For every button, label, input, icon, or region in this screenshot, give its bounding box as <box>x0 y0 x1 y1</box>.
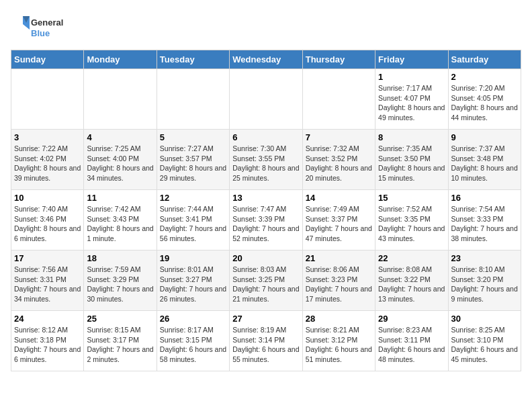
calendar-cell: 3Sunrise: 7:22 AM Sunset: 4:02 PM Daylig… <box>11 130 84 190</box>
day-info: Sunrise: 7:35 AM Sunset: 3:50 PM Dayligh… <box>378 144 445 183</box>
day-number: 27 <box>232 314 299 324</box>
day-number: 23 <box>451 253 518 263</box>
calendar-week-4: 17Sunrise: 7:56 AM Sunset: 3:31 PM Dayli… <box>11 250 521 311</box>
day-number: 19 <box>160 253 226 263</box>
calendar-cell: 12Sunrise: 7:44 AM Sunset: 3:41 PM Dayli… <box>157 190 229 250</box>
day-number: 13 <box>232 193 299 203</box>
day-number: 14 <box>306 193 372 203</box>
day-info: Sunrise: 7:54 AM Sunset: 3:33 PM Dayligh… <box>451 204 518 244</box>
day-info: Sunrise: 8:10 AM Sunset: 3:20 PM Dayligh… <box>451 265 518 304</box>
day-number: 3 <box>14 132 81 142</box>
day-info: Sunrise: 7:40 AM Sunset: 3:46 PM Dayligh… <box>14 204 81 244</box>
day-number: 25 <box>87 314 153 324</box>
day-number: 26 <box>160 314 226 324</box>
calendar-cell: 23Sunrise: 8:10 AM Sunset: 3:20 PM Dayli… <box>448 250 521 311</box>
day-info: Sunrise: 8:08 AM Sunset: 3:22 PM Dayligh… <box>378 265 445 304</box>
day-number: 28 <box>306 314 372 324</box>
calendar-cell: 24Sunrise: 8:12 AM Sunset: 3:18 PM Dayli… <box>11 311 84 371</box>
page-header: General Blue <box>11 11 521 44</box>
calendar-cell: 21Sunrise: 8:06 AM Sunset: 3:23 PM Dayli… <box>302 250 375 311</box>
day-number: 16 <box>451 193 518 203</box>
day-number: 11 <box>87 193 153 203</box>
calendar-cell: 1Sunrise: 7:17 AM Sunset: 4:07 PM Daylig… <box>375 69 448 130</box>
header-row: SundayMondayTuesdayWednesdayThursdayFrid… <box>11 50 521 69</box>
calendar-cell: 27Sunrise: 8:19 AM Sunset: 3:14 PM Dayli… <box>230 311 302 371</box>
day-info: Sunrise: 7:52 AM Sunset: 3:35 PM Dayligh… <box>378 204 445 244</box>
day-info: Sunrise: 8:17 AM Sunset: 3:15 PM Dayligh… <box>160 325 226 365</box>
day-info: Sunrise: 7:20 AM Sunset: 4:05 PM Dayligh… <box>451 83 518 123</box>
logo: General Blue <box>11 11 78 44</box>
calendar-cell: 25Sunrise: 8:15 AM Sunset: 3:17 PM Dayli… <box>84 311 157 371</box>
calendar-cell: 18Sunrise: 7:59 AM Sunset: 3:29 PM Dayli… <box>84 250 157 311</box>
calendar-cell: 20Sunrise: 8:03 AM Sunset: 3:25 PM Dayli… <box>230 250 302 311</box>
day-number: 6 <box>232 132 299 142</box>
calendar-cell: 7Sunrise: 7:32 AM Sunset: 3:52 PM Daylig… <box>302 130 375 190</box>
calendar-week-5: 24Sunrise: 8:12 AM Sunset: 3:18 PM Dayli… <box>11 311 521 371</box>
day-number: 8 <box>378 132 445 142</box>
day-info: Sunrise: 7:30 AM Sunset: 3:55 PM Dayligh… <box>232 144 299 183</box>
day-info: Sunrise: 8:21 AM Sunset: 3:12 PM Dayligh… <box>306 325 372 365</box>
calendar-cell <box>302 69 375 130</box>
calendar-cell: 22Sunrise: 8:08 AM Sunset: 3:22 PM Dayli… <box>375 250 448 311</box>
calendar-cell: 10Sunrise: 7:40 AM Sunset: 3:46 PM Dayli… <box>11 190 84 250</box>
day-header-thursday: Thursday <box>302 50 375 69</box>
calendar-cell <box>230 69 302 130</box>
day-info: Sunrise: 8:12 AM Sunset: 3:18 PM Dayligh… <box>14 325 81 365</box>
day-info: Sunrise: 7:47 AM Sunset: 3:39 PM Dayligh… <box>232 204 299 244</box>
day-number: 10 <box>14 193 81 203</box>
day-number: 24 <box>14 314 81 324</box>
day-number: 18 <box>87 253 153 263</box>
day-number: 22 <box>378 253 445 263</box>
day-info: Sunrise: 7:25 AM Sunset: 4:00 PM Dayligh… <box>87 144 153 183</box>
calendar-cell: 9Sunrise: 7:37 AM Sunset: 3:48 PM Daylig… <box>448 130 521 190</box>
day-info: Sunrise: 7:27 AM Sunset: 3:57 PM Dayligh… <box>160 144 226 183</box>
calendar-cell: 19Sunrise: 8:01 AM Sunset: 3:27 PM Dayli… <box>157 250 229 311</box>
day-number: 17 <box>14 253 81 263</box>
calendar-cell <box>84 69 157 130</box>
calendar-cell: 28Sunrise: 8:21 AM Sunset: 3:12 PM Dayli… <box>302 311 375 371</box>
day-number: 29 <box>378 314 445 324</box>
day-info: Sunrise: 7:59 AM Sunset: 3:29 PM Dayligh… <box>87 265 153 304</box>
day-info: Sunrise: 7:32 AM Sunset: 3:52 PM Dayligh… <box>306 144 372 183</box>
logo-svg: General Blue <box>11 11 78 44</box>
day-info: Sunrise: 8:19 AM Sunset: 3:14 PM Dayligh… <box>232 325 299 365</box>
day-number: 30 <box>451 314 518 324</box>
day-number: 5 <box>160 132 226 142</box>
day-info: Sunrise: 8:01 AM Sunset: 3:27 PM Dayligh… <box>160 265 226 304</box>
day-info: Sunrise: 7:42 AM Sunset: 3:43 PM Dayligh… <box>87 204 153 244</box>
calendar-cell: 13Sunrise: 7:47 AM Sunset: 3:39 PM Dayli… <box>230 190 302 250</box>
calendar-cell: 14Sunrise: 7:49 AM Sunset: 3:37 PM Dayli… <box>302 190 375 250</box>
day-header-friday: Friday <box>375 50 448 69</box>
calendar-cell: 6Sunrise: 7:30 AM Sunset: 3:55 PM Daylig… <box>230 130 302 190</box>
calendar-cell: 17Sunrise: 7:56 AM Sunset: 3:31 PM Dayli… <box>11 250 84 311</box>
day-header-tuesday: Tuesday <box>157 50 229 69</box>
day-info: Sunrise: 8:15 AM Sunset: 3:17 PM Dayligh… <box>87 325 153 365</box>
day-info: Sunrise: 8:06 AM Sunset: 3:23 PM Dayligh… <box>306 265 372 304</box>
day-number: 4 <box>87 132 153 142</box>
day-number: 15 <box>378 193 445 203</box>
calendar-cell: 8Sunrise: 7:35 AM Sunset: 3:50 PM Daylig… <box>375 130 448 190</box>
day-header-sunday: Sunday <box>11 50 84 69</box>
calendar-cell: 11Sunrise: 7:42 AM Sunset: 3:43 PM Dayli… <box>84 190 157 250</box>
day-number: 7 <box>306 132 372 142</box>
day-info: Sunrise: 8:25 AM Sunset: 3:10 PM Dayligh… <box>451 325 518 365</box>
calendar-week-3: 10Sunrise: 7:40 AM Sunset: 3:46 PM Dayli… <box>11 190 521 250</box>
calendar-cell: 29Sunrise: 8:23 AM Sunset: 3:11 PM Dayli… <box>375 311 448 371</box>
day-number: 9 <box>451 132 518 142</box>
day-info: Sunrise: 8:03 AM Sunset: 3:25 PM Dayligh… <box>232 265 299 304</box>
day-info: Sunrise: 7:22 AM Sunset: 4:02 PM Dayligh… <box>14 144 81 183</box>
day-header-monday: Monday <box>84 50 157 69</box>
day-info: Sunrise: 7:37 AM Sunset: 3:48 PM Dayligh… <box>451 144 518 183</box>
day-number: 2 <box>451 72 518 82</box>
calendar-cell: 2Sunrise: 7:20 AM Sunset: 4:05 PM Daylig… <box>448 69 521 130</box>
calendar-cell: 16Sunrise: 7:54 AM Sunset: 3:33 PM Dayli… <box>448 190 521 250</box>
day-number: 20 <box>232 253 299 263</box>
calendar-cell: 30Sunrise: 8:25 AM Sunset: 3:10 PM Dayli… <box>448 311 521 371</box>
day-info: Sunrise: 7:44 AM Sunset: 3:41 PM Dayligh… <box>160 204 226 244</box>
calendar-week-1: 1Sunrise: 7:17 AM Sunset: 4:07 PM Daylig… <box>11 69 521 130</box>
day-number: 21 <box>306 253 372 263</box>
calendar-cell <box>11 69 84 130</box>
calendar-cell: 4Sunrise: 7:25 AM Sunset: 4:00 PM Daylig… <box>84 130 157 190</box>
day-info: Sunrise: 7:56 AM Sunset: 3:31 PM Dayligh… <box>14 265 81 304</box>
day-number: 12 <box>160 193 226 203</box>
